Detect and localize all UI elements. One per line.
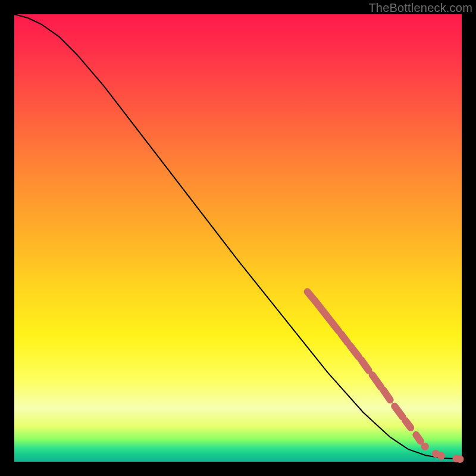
marker-segment <box>405 421 411 428</box>
marker-segment <box>383 390 390 400</box>
marker-segment <box>361 360 369 371</box>
plot-overlay <box>14 14 462 462</box>
marker-segment <box>394 406 403 417</box>
marker-segment <box>416 435 421 441</box>
marker-group <box>308 292 464 463</box>
plot-area <box>14 14 462 462</box>
marker-dot <box>421 443 429 450</box>
chart-stage: TheBottleneck.com <box>0 0 476 476</box>
watermark-text: TheBottleneck.com <box>368 1 472 15</box>
marker-dot <box>456 455 464 463</box>
bottleneck-curve <box>14 14 462 459</box>
marker-segment <box>318 304 339 331</box>
marker-segment <box>341 334 347 343</box>
marker-segment <box>350 345 359 357</box>
marker-segment <box>372 375 381 387</box>
marker-segment <box>308 292 317 302</box>
marker-dot <box>437 452 445 460</box>
